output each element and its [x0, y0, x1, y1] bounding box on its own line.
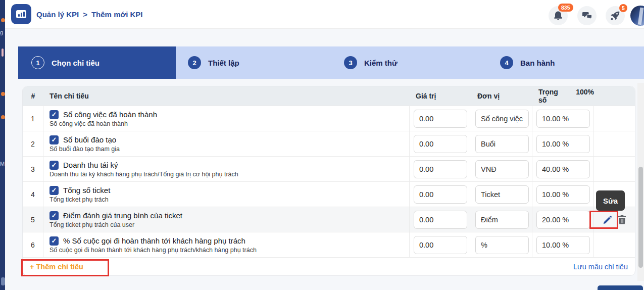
table-row: 2 Số buổi đào tạo Số buổi đào tạo tham g…	[23, 131, 635, 156]
column-value: Giá trị	[410, 92, 471, 100]
step-number: 3	[344, 56, 357, 69]
weight-input[interactable]	[536, 185, 590, 204]
annotation-box-edit	[589, 211, 618, 229]
row-subtitle: Số buổi đào tạo tham gia	[49, 146, 120, 153]
row-checkbox[interactable]	[49, 211, 59, 220]
row-checkbox[interactable]	[49, 161, 59, 170]
table-row: 1 Số công việc đã hoàn thành Số công việ…	[23, 106, 635, 131]
row-subtitle: Số cuộc gọi đi hoàn thành tới khách hàng…	[49, 247, 257, 254]
table-footer: + Thêm chỉ tiêu Lưu mẫu chỉ tiêu	[23, 257, 635, 276]
trash-icon	[618, 215, 626, 224]
unit-input[interactable]	[475, 135, 529, 153]
row-index: 3	[23, 157, 43, 181]
sidebar-avatar-fragment	[2, 49, 4, 57]
row-checkbox[interactable]	[49, 110, 59, 119]
row-actions	[594, 157, 635, 181]
value-input[interactable]	[414, 160, 467, 178]
value-input[interactable]	[414, 185, 467, 204]
step-chon-chi-tieu[interactable]: 1 Chọn chỉ tiêu	[31, 46, 100, 79]
row-title: % Số cuộc gọi đi hoàn thành tới khách hà…	[63, 236, 245, 245]
table-row: 5 Điểm đánh giá trung bình của ticket Tổ…	[23, 207, 635, 232]
scrollbar-track	[637, 83, 644, 281]
kpi-table-card: # Tên chỉ tiêu Giá trị Đơn vị Trọng số 1…	[22, 86, 635, 276]
step-label: Chọn chỉ tiêu	[52, 59, 100, 67]
column-index: #	[23, 92, 43, 100]
value-input[interactable]	[414, 135, 467, 153]
row-subtitle: Tổng ticket phụ trách của user	[49, 221, 134, 228]
unit-input[interactable]	[475, 185, 529, 204]
row-title: Số công việc đã hoàn thành	[63, 110, 157, 119]
sidebar-strip: g M	[0, 0, 5, 290]
step-label: Kiểm thử	[364, 59, 398, 67]
row-index: 2	[23, 131, 43, 156]
breadcrumb: Quản lý KPI > Thêm mới KPI	[36, 0, 142, 29]
row-index: 5	[23, 207, 43, 232]
row-title: Doanh thu tái ký	[63, 161, 118, 169]
step-kiem-thu[interactable]: 3 Kiểm thử	[344, 46, 398, 79]
row-index: 4	[23, 182, 43, 207]
app-logo[interactable]	[11, 4, 31, 24]
row-actions	[594, 131, 635, 156]
delete-button[interactable]	[618, 215, 626, 224]
step-ban-hanh[interactable]: 4 Ban hành	[500, 46, 555, 79]
column-unit: Đơn vị	[471, 92, 532, 100]
value-input[interactable]	[414, 211, 467, 229]
step-label: Ban hành	[520, 59, 555, 67]
row-checkbox[interactable]	[49, 186, 59, 195]
sidebar-notification-dot	[1, 92, 5, 96]
save-template-link[interactable]: Lưu mẫu chỉ tiêu	[573, 263, 628, 271]
top-bar: Quản lý KPI > Thêm mới KPI 835 5	[5, 0, 644, 29]
edit-tooltip: Sửa	[596, 190, 625, 211]
chat-icon	[582, 11, 592, 21]
step-number: 4	[500, 56, 513, 69]
column-weight-total: 100%	[576, 88, 594, 104]
row-title: Số buổi đào tạo	[63, 135, 116, 144]
row-title: Tổng số ticket	[63, 186, 110, 195]
unit-input[interactable]	[475, 110, 529, 128]
breadcrumb-separator: >	[83, 10, 87, 19]
weight-input[interactable]	[536, 236, 590, 254]
weight-input[interactable]	[536, 211, 590, 229]
sidebar-text-fragment: M	[0, 161, 5, 167]
avatar[interactable]	[630, 6, 644, 26]
rocket-badge: 5	[619, 4, 627, 12]
weight-input[interactable]	[536, 110, 590, 128]
step-thiet-lap[interactable]: 2 Thiết lập	[188, 46, 239, 79]
step-number: 2	[188, 56, 201, 69]
row-index: 1	[23, 106, 43, 131]
row-subtitle: Tổng ticket phụ trách	[49, 196, 109, 203]
bell-icon	[553, 11, 563, 21]
table-row: 4 Tổng số ticket Tổng ticket phụ trách	[23, 181, 635, 207]
bar-chart-icon	[16, 10, 26, 18]
row-subtitle: Số công việc đã hoàn thành	[49, 120, 128, 127]
kpi-stepper: 1 Chọn chỉ tiêu 2 Thiết lập 3 Kiểm thử 4…	[18, 46, 644, 79]
unit-input[interactable]	[475, 160, 529, 178]
scrollbar-thumb[interactable]	[638, 167, 643, 268]
sidebar-notification-dot	[1, 115, 5, 119]
unit-input[interactable]	[475, 211, 529, 229]
table-header: # Tên chỉ tiêu Giá trị Đơn vị Trọng số 1…	[23, 86, 635, 106]
rocket-icon	[610, 11, 620, 21]
sidebar-bottom-fragment	[1, 277, 5, 285]
partial-bottom-button[interactable]	[598, 285, 643, 290]
row-checkbox[interactable]	[49, 135, 59, 144]
value-input[interactable]	[414, 110, 467, 128]
chat-button[interactable]	[577, 6, 597, 25]
weight-input[interactable]	[536, 135, 590, 153]
row-title: Điểm đánh giá trung bình của ticket	[63, 211, 182, 220]
notifications-badge: 835	[558, 4, 573, 12]
row-checkbox[interactable]	[49, 236, 59, 246]
row-index: 6	[23, 232, 43, 257]
breadcrumb-current: Thêm mới KPI	[91, 10, 143, 19]
row-actions	[594, 106, 635, 131]
breadcrumb-parent[interactable]: Quản lý KPI	[36, 10, 79, 19]
column-weight: Trọng số 100%	[532, 88, 594, 104]
step-number: 1	[31, 56, 44, 69]
unit-input[interactable]	[475, 236, 529, 254]
column-name: Tên chỉ tiêu	[43, 92, 410, 100]
weight-input[interactable]	[536, 160, 590, 178]
table-row: 3 Doanh thu tái ký Doanh thu tái ký khác…	[23, 156, 635, 181]
value-input[interactable]	[414, 236, 467, 254]
step-label: Thiết lập	[208, 59, 239, 67]
column-weight-label: Trọng số	[538, 88, 563, 104]
